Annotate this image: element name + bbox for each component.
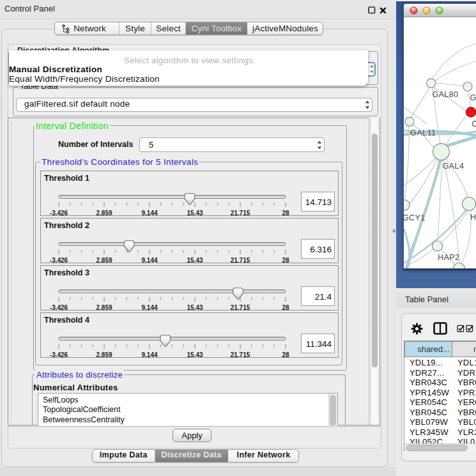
- svg-text:GCY1: GCY1: [404, 213, 426, 222]
- svg-text:GA: GA: [470, 93, 476, 102]
- svg-text:2.859: 2.859: [96, 351, 112, 358]
- svg-text:-3.426: -3.426: [50, 351, 68, 358]
- svg-text:2.859: 2.859: [96, 257, 112, 264]
- svg-text:-3.426: -3.426: [50, 257, 68, 264]
- svg-text:21.715: 21.715: [231, 210, 250, 217]
- svg-text:28: 28: [282, 304, 289, 311]
- svg-text:-3.426: -3.426: [50, 210, 68, 217]
- svg-text:21.715: 21.715: [231, 257, 250, 264]
- svg-text:GAL4: GAL4: [443, 162, 464, 171]
- svg-text:15.43: 15.43: [187, 210, 203, 217]
- svg-text:9.144: 9.144: [141, 210, 157, 217]
- svg-text:2.859: 2.859: [96, 304, 112, 311]
- svg-text:21.715: 21.715: [231, 351, 250, 358]
- svg-text:-3.426: -3.426: [50, 304, 68, 311]
- svg-text:9.144: 9.144: [141, 257, 157, 264]
- svg-text:15.43: 15.43: [187, 351, 203, 358]
- svg-text:HAP2: HAP2: [438, 253, 459, 262]
- svg-text:15.43: 15.43: [187, 257, 203, 264]
- svg-text:9.144: 9.144: [141, 304, 157, 311]
- svg-text:C: C: [472, 119, 476, 128]
- svg-text:28: 28: [282, 351, 289, 358]
- svg-text:GAL11: GAL11: [410, 128, 436, 137]
- svg-text:9.144: 9.144: [141, 351, 157, 358]
- svg-text:28: 28: [282, 210, 289, 217]
- svg-text:21.715: 21.715: [231, 304, 250, 311]
- svg-text:2.859: 2.859: [96, 210, 112, 217]
- svg-text:H: H: [470, 213, 476, 222]
- svg-text:15.43: 15.43: [187, 304, 203, 311]
- svg-text:28: 28: [282, 257, 289, 264]
- svg-text:GAL80: GAL80: [433, 90, 459, 99]
